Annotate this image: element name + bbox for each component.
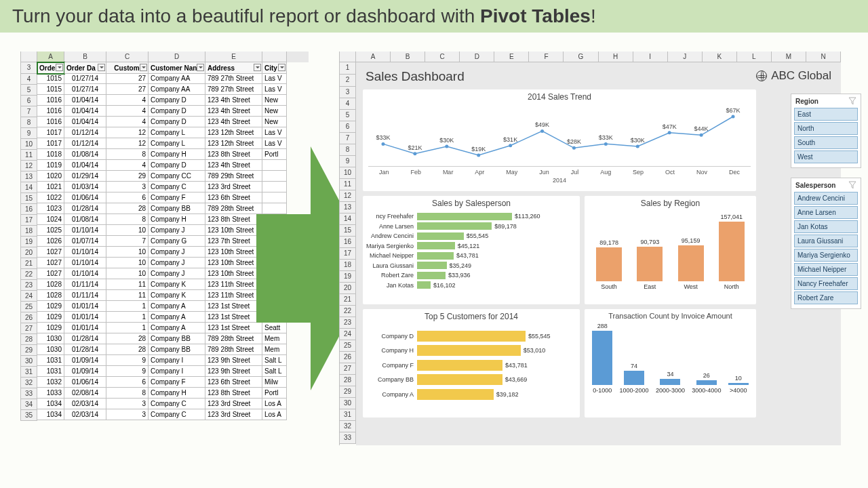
brand-label: ABC Global xyxy=(756,69,831,83)
filter-dropdown-icon[interactable] xyxy=(254,64,261,71)
svg-text:$33K: $33K xyxy=(599,134,613,141)
chart-sales-by-salesperson[interactable]: Sales by Salesperson ncy Freehafer$113,2… xyxy=(363,196,580,304)
svg-point-6 xyxy=(445,144,448,148)
slicer-salesperson[interactable]: Salesperson Andrew CenciniAnne LarsenJan… xyxy=(791,178,861,309)
svg-text:$30K: $30K xyxy=(439,137,454,144)
slicer-item-salesperson[interactable]: Andrew Cencini xyxy=(794,192,858,205)
svg-point-4 xyxy=(413,152,416,155)
svg-point-16 xyxy=(604,142,608,146)
filter-dropdown-icon[interactable] xyxy=(56,64,63,71)
clear-filter-icon[interactable] xyxy=(848,181,856,189)
slicer-item-salesperson[interactable]: Anne Larsen xyxy=(794,206,858,219)
clear-filter-icon[interactable] xyxy=(848,97,856,105)
filter-dropdown-icon[interactable] xyxy=(278,64,285,71)
dashboard-title: Sales Dashboard xyxy=(366,69,465,84)
svg-point-2 xyxy=(382,142,385,146)
slicer-item-salesperson[interactable]: Nancy Freehafer xyxy=(794,277,858,290)
svg-point-22 xyxy=(700,134,703,137)
svg-point-20 xyxy=(668,131,671,134)
slicer-item-salesperson[interactable]: Michael Neipper xyxy=(794,263,858,276)
dashboard-canvas: Sales Dashboard ABC Global 2014 Sales Tr… xyxy=(356,62,841,445)
slicer-item-salesperson[interactable]: Laura Giussani xyxy=(794,235,858,247)
slicer-item-salesperson[interactable]: Robert Zare xyxy=(794,291,858,304)
chart-sales-trend[interactable]: 2014 Sales Trend $33K$21K$30K$19K$31K$49… xyxy=(363,89,756,191)
slicer-item-salesperson[interactable]: Mariya Sergienko xyxy=(794,249,858,262)
slicer-item-region[interactable]: South xyxy=(794,136,858,149)
svg-point-14 xyxy=(572,146,576,150)
slicer-item-region[interactable]: West xyxy=(794,150,858,163)
svg-text:$49K: $49K xyxy=(535,121,549,128)
slicer-item-region[interactable]: North xyxy=(794,122,858,135)
svg-text:$21K: $21K xyxy=(408,144,422,151)
svg-text:$19K: $19K xyxy=(471,146,486,152)
svg-point-24 xyxy=(732,115,735,119)
svg-point-12 xyxy=(540,129,544,133)
svg-text:$31K: $31K xyxy=(503,136,517,143)
svg-point-18 xyxy=(636,144,639,148)
filter-dropdown-icon[interactable] xyxy=(197,64,204,71)
chart-top-customers[interactable]: Top 5 Customers for 2014 Company D$55,54… xyxy=(363,309,580,418)
svg-text:$44K: $44K xyxy=(694,125,709,132)
svg-text:$33K: $33K xyxy=(376,134,390,141)
filter-dropdown-icon[interactable] xyxy=(98,64,105,71)
svg-point-10 xyxy=(509,144,512,147)
svg-text:$67K: $67K xyxy=(726,107,740,114)
slicer-region[interactable]: Region EastNorthSouthWest xyxy=(791,94,861,168)
svg-point-8 xyxy=(477,154,480,157)
filter-dropdown-icon[interactable] xyxy=(140,64,147,71)
chart-transaction-count[interactable]: Transaction Count by Invoice Amount 2880… xyxy=(585,309,756,418)
svg-text:$47K: $47K xyxy=(663,123,677,130)
svg-text:$28K: $28K xyxy=(567,138,581,145)
slicer-item-salesperson[interactable]: Jan Kotas xyxy=(794,220,858,233)
banner-title: Turn your data into a beautiful report o… xyxy=(0,0,868,33)
right-dashboard-grid: ABCDEFGHIJKLMN 1234567891011121314151617… xyxy=(339,52,841,445)
svg-text:$30K: $30K xyxy=(631,137,645,144)
left-data-grid: ABCDE 3456789101112131415161718192021222… xyxy=(20,52,309,421)
slicer-item-region[interactable]: East xyxy=(794,108,858,121)
globe-icon xyxy=(756,70,767,81)
chart-sales-by-region[interactable]: Sales by Region 89,178South90,793East95,… xyxy=(585,196,756,304)
